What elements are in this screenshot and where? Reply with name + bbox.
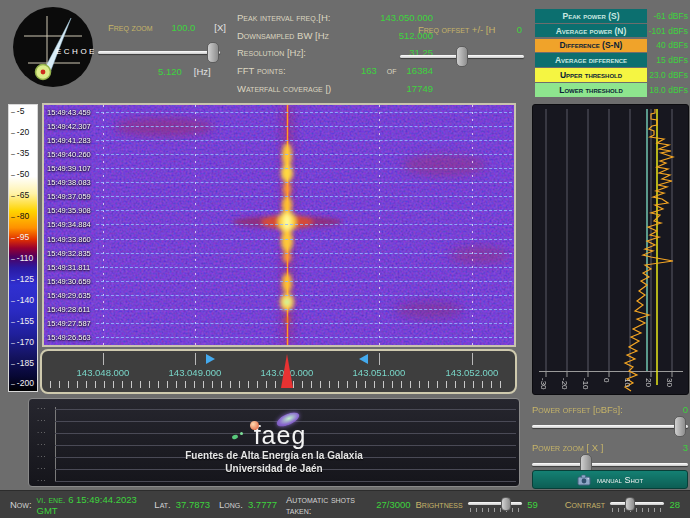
- waterfall-row: 15:49:33.860: [44, 232, 514, 246]
- freq-zoom-unit: [X]: [214, 22, 226, 33]
- stat-label: Waterfall coverage [): [237, 83, 331, 94]
- thresholds-panel: Peak power (S) -61 dBFs Average power (N…: [535, 9, 688, 97]
- waterfall-timestamp: 15:49:31.811: [47, 263, 90, 272]
- stat-value: 163: [361, 65, 377, 76]
- waterfall-timestamp: 15:49:43.459: [47, 108, 91, 117]
- waterfall-row: 15:49:29.635: [44, 288, 514, 302]
- row-dash-line: [96, 337, 512, 338]
- freq-offset-slider-handle[interactable]: [456, 46, 468, 67]
- brightness-slider-handle[interactable]: [501, 497, 511, 511]
- waterfall-row: 15:49:31.811: [44, 260, 514, 274]
- minor-ticks: [50, 381, 507, 388]
- power-plot-tick: 10: [623, 378, 632, 387]
- stat-waterfall-coverage: Waterfall coverage [) 17749: [237, 79, 433, 97]
- power-vs-time-plot: [532, 104, 689, 395]
- power-plot-tick: 0: [602, 378, 611, 382]
- freq-zoom-slider-handle[interactable]: [207, 42, 219, 63]
- freq-offset-label: Freq offset +/- [H: [418, 24, 495, 35]
- waterfall-timestamp: 15:49:37.059: [47, 192, 91, 201]
- waterfall-timestamp: 15:49:28.611: [47, 305, 90, 314]
- threshold-label: Average power (N): [535, 24, 647, 38]
- waterfall-row: 15:49:39.107: [44, 161, 514, 175]
- brightness-slider-ticks: [470, 508, 520, 512]
- row-dash-line: [96, 281, 512, 282]
- row-dash-line: [96, 168, 512, 169]
- threshold-value: 18.0 dBFs: [647, 85, 688, 95]
- stat-value: 143.050.000: [380, 12, 433, 23]
- power-plot-tick: -30: [539, 378, 548, 390]
- contrast-slider-ticks: [612, 508, 662, 512]
- freq-offset-row: Freq offset +/- [H 0: [418, 24, 522, 35]
- stat-label: Peak interval freq.[H:: [237, 12, 330, 23]
- row-dash-line: [96, 224, 512, 225]
- power-offset-slider-track[interactable]: [532, 425, 688, 428]
- longitude-label: Long.: [219, 499, 243, 510]
- history-panel: ··· ··· ··· ··· ··· ··· ··· faeg Fuentes…: [28, 398, 520, 487]
- waterfall-timestamp: 15:49:40.260: [47, 150, 91, 159]
- power-plot-tick: 20: [644, 378, 653, 387]
- upper-bound-marker-icon[interactable]: [359, 354, 368, 364]
- waterfall-timestamp: 15:49:32.835: [47, 249, 91, 258]
- contrast-slider-handle[interactable]: [625, 497, 635, 511]
- threshold-label: Peak power (S): [535, 9, 647, 23]
- power-offset-slider-handle[interactable]: [674, 416, 686, 437]
- waterfall-row: 15:49:28.611: [44, 303, 514, 317]
- waterfall-timestamp: 15:49:26.563: [47, 333, 91, 342]
- row-dash-line: [95, 267, 512, 268]
- brand-university: Universidad de Jaén: [29, 463, 519, 474]
- waterfall-timestamp: 15:49:34.884: [47, 220, 91, 229]
- threshold-value: 15 dBFs: [647, 55, 688, 65]
- contrast-value: 28: [669, 499, 680, 510]
- camera-icon: [577, 474, 591, 486]
- threshold-label: Average difference: [535, 53, 647, 67]
- threshold-row-difference: Difference (S-N) 40 dBFs: [535, 39, 688, 53]
- power-plot-tick: 30: [665, 378, 674, 387]
- waterfall-row: 15:49:35.908: [44, 204, 514, 218]
- power-offset-slider[interactable]: [532, 416, 688, 438]
- freq-zoom-row: Freq zoom 100.0 [X]: [108, 22, 226, 33]
- status-bar: Now: vi. ene. 6 15:49:44.2023 GMT Lat. 3…: [0, 490, 690, 518]
- waterfall-timestamp: 15:49:30.659: [47, 277, 91, 286]
- waterfall-timestamp: 15:49:29.635: [47, 291, 91, 300]
- freq-axis-label: 143.052.000: [436, 367, 508, 378]
- contrast-label: Contrast: [565, 499, 605, 510]
- contrast-slider[interactable]: [610, 497, 664, 513]
- manual-shot-button[interactable]: manual Shot: [532, 470, 688, 489]
- waterfall-row: 15:49:30.659: [44, 274, 514, 288]
- row-dash-line: [96, 154, 512, 155]
- freq-zoom-label: Freq zoom: [108, 22, 153, 33]
- brightness-slider[interactable]: [468, 497, 522, 513]
- peak-frequency-marker-icon: [281, 354, 293, 388]
- brightness-slider-track[interactable]: [468, 502, 522, 505]
- waterfall-row: 15:49:27.587: [44, 317, 514, 331]
- major-tick: [379, 353, 380, 365]
- row-dash-line: [96, 182, 512, 183]
- threshold-label: Upper threshold: [535, 68, 647, 82]
- freq-step-value: 5.120: [158, 66, 182, 77]
- row-dash-line: [96, 239, 512, 240]
- waterfall-timestamp: 15:49:39.107: [47, 164, 91, 173]
- threshold-label: Lower threshold: [535, 83, 647, 97]
- waterfall-row: 15:49:40.260: [44, 147, 514, 161]
- power-plot-graphic: [533, 105, 688, 394]
- power-zoom-value: 3: [683, 442, 688, 453]
- major-tick: [103, 353, 104, 365]
- stat-downsampled-bw: Downsampled BW [Hz 512.000: [237, 27, 433, 45]
- freq-zoom-slider[interactable]: [98, 42, 220, 64]
- freq-zoom-slider-track[interactable]: [98, 51, 220, 54]
- freq-offset-slider[interactable]: [400, 46, 524, 68]
- waterfall-timestamp: 15:49:38.083: [47, 178, 91, 187]
- shots-taken-label: Automatic shots taken:: [286, 494, 371, 516]
- contrast-slider-track[interactable]: [610, 502, 664, 505]
- waterfall-row: 15:49:42.307: [44, 119, 514, 133]
- logo-text: ECHOES: [56, 47, 94, 56]
- colorbar-tick: -65: [11, 190, 29, 200]
- lower-bound-marker-icon[interactable]: [206, 354, 215, 364]
- colorbar-tick: -35: [11, 148, 29, 158]
- colorbar-tick: -50: [11, 169, 29, 179]
- stat-label: FFT points:: [237, 65, 286, 76]
- waterfall-timestamp: 15:49:27.587: [47, 319, 91, 328]
- power-zoom-slider-track[interactable]: [532, 463, 688, 466]
- waterfall-timestamp: 15:49:35.908: [47, 206, 91, 215]
- power-plot-tick: -10: [581, 378, 590, 390]
